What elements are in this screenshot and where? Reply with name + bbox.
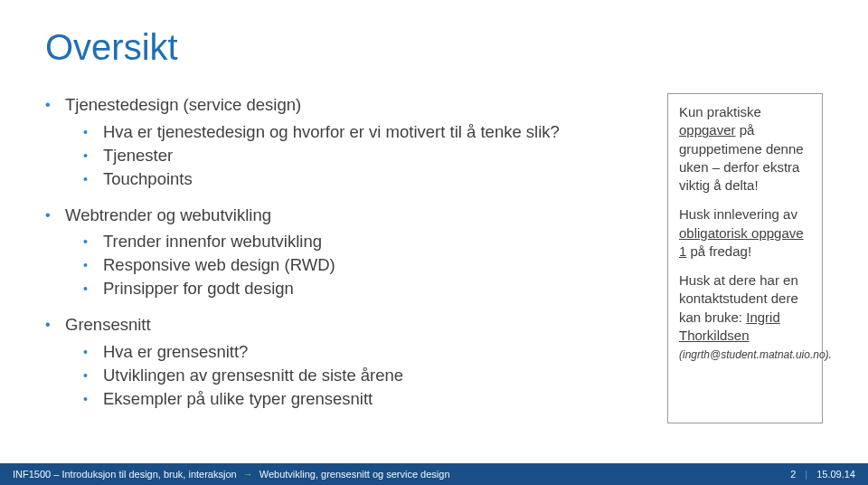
footer-breadcrumb: INF1500 – Introduksjon til design, bruk,… bbox=[13, 469, 450, 480]
slide-footer: INF1500 – Introduksjon til design, bruk,… bbox=[0, 463, 868, 485]
note-paragraph: Kun praktiske oppgaver på gruppetimene d… bbox=[679, 103, 811, 195]
slide-number: 2 bbox=[790, 469, 796, 480]
outline-item: Touchpoints bbox=[83, 167, 640, 191]
slide-title: Oversikt bbox=[45, 27, 823, 68]
outline-item: Trender innenfor webutvikling bbox=[83, 230, 640, 253]
arrow-icon: → bbox=[243, 469, 253, 480]
outline-group-label: Grensesnitt bbox=[45, 315, 151, 334]
outline-group-label: Webtrender og webutvikling bbox=[45, 205, 271, 224]
outline-item: Prinsipper for godt design bbox=[83, 277, 640, 300]
outline-item: Hva er grensesnitt? bbox=[83, 340, 640, 364]
slide-date: 15.09.14 bbox=[816, 469, 855, 480]
outline-item: Eksempler på ulike typer grensesnitt bbox=[83, 387, 640, 411]
outline-column: Tjenestedesign (service design) Hva er t… bbox=[45, 93, 640, 423]
outline-item: Tjenester bbox=[83, 144, 640, 167]
note-paragraph: Husk innlevering av obligatorisk oppgave… bbox=[679, 205, 811, 261]
outline-group-label: Tjenestedesign (service design) bbox=[45, 95, 301, 114]
footer-separator: | bbox=[805, 469, 807, 480]
outline-item: Utviklingen av grensesnitt de siste åren… bbox=[83, 364, 640, 387]
note-paragraph: Husk at dere har en kontaktstudent dere … bbox=[679, 271, 811, 363]
note-box: Kun praktiske oppgaver på gruppetimene d… bbox=[667, 93, 823, 423]
outline-item: Hva er tjenestedesign og hvorfor er vi m… bbox=[83, 120, 640, 144]
outline-item: Responsive web design (RWD) bbox=[83, 253, 640, 277]
